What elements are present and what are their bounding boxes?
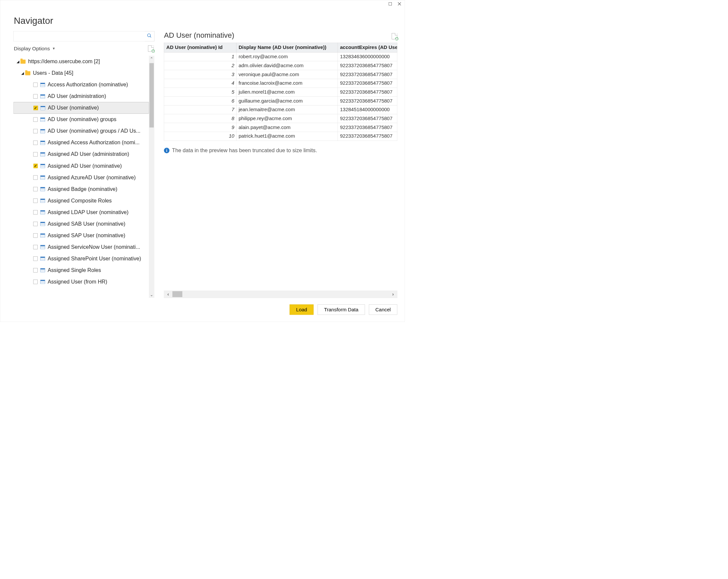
table-icon — [41, 152, 45, 156]
checkbox[interactable] — [33, 82, 38, 87]
scroll-up-icon[interactable]: ⌃ — [149, 56, 155, 62]
cell-id: 9 — [164, 123, 236, 132]
refresh-preview-icon[interactable] — [392, 33, 397, 40]
checkbox[interactable] — [33, 233, 38, 238]
cell-id: 7 — [164, 105, 236, 114]
table-h-scrollbar[interactable]: ‹ › — [164, 290, 397, 298]
table-icon — [41, 268, 45, 272]
collapse-icon[interactable]: ◢ — [20, 71, 25, 75]
tree-item-label: Assigned SharePoint User (nominative) — [48, 256, 141, 261]
checkbox[interactable] — [33, 210, 38, 214]
scroll-left-icon[interactable]: ‹ — [164, 291, 173, 297]
checkbox[interactable] — [33, 199, 38, 203]
table-row[interactable]: 8philippe.rey@acme.com922337203685477580… — [164, 114, 397, 123]
cancel-button[interactable]: Cancel — [369, 305, 397, 315]
table-row[interactable]: 7jean.lemaitre@acme.com13284518400000000… — [164, 105, 397, 114]
checkbox[interactable] — [33, 222, 38, 226]
tree-item[interactable]: Assigned SAP User (nominative) — [14, 230, 149, 241]
tree-item[interactable]: AD User (nominative) groups — [14, 114, 149, 125]
collapse-icon[interactable]: ◢ — [15, 59, 21, 63]
checkbox[interactable] — [33, 268, 38, 272]
load-button[interactable]: Load — [290, 305, 313, 315]
checkbox[interactable] — [33, 140, 38, 145]
checkbox[interactable] — [33, 129, 38, 133]
tree-folder-label: Users - Data [45] — [33, 70, 74, 76]
table-icon — [41, 140, 45, 144]
tree-item[interactable]: Assigned AD User (nominative) — [14, 160, 149, 172]
cell-id: 8 — [164, 114, 236, 123]
checkbox[interactable] — [33, 152, 38, 157]
tree-item[interactable]: Assigned Access Authorization (nomi... — [14, 137, 149, 149]
table-row[interactable]: 4francoise.lacroix@acme.com9223372036854… — [164, 79, 397, 88]
checkbox[interactable] — [33, 94, 38, 98]
table-row[interactable]: 5julien.morel1@acme.com92233720368547758… — [164, 88, 397, 97]
tree-item-label: Assigned Single Roles — [48, 267, 101, 273]
scroll-thumb[interactable] — [149, 63, 154, 128]
table-icon — [41, 222, 45, 226]
search-input[interactable] — [14, 31, 145, 41]
checkbox[interactable] — [33, 245, 38, 249]
column-header[interactable]: accountExpires (AD Use — [338, 43, 397, 52]
table-icon — [41, 245, 45, 249]
scroll-right-icon[interactable]: › — [389, 291, 397, 297]
tree-item[interactable]: Access Authorization (nominative) — [14, 79, 149, 91]
tree-item[interactable]: Assigned Badge (nominative) — [14, 183, 149, 195]
cell-id: 4 — [164, 79, 236, 88]
search-input-wrap — [14, 31, 155, 41]
tree-item[interactable]: Assigned User (from HR) — [14, 276, 149, 288]
transform-data-button[interactable]: Transform Data — [318, 305, 365, 315]
table-row[interactable]: 9alain.payet@acme.com9223372036854775807 — [164, 123, 397, 132]
table-icon — [41, 257, 45, 260]
search-icon[interactable] — [145, 33, 154, 40]
cell-display-name: julien.morel1@acme.com — [236, 88, 338, 97]
dialog-title: Navigator — [14, 15, 53, 26]
cell-id: 2 — [164, 61, 236, 70]
tree-item[interactable]: AD User (nominative) — [14, 102, 149, 114]
table-icon — [41, 187, 45, 191]
table-icon — [41, 117, 45, 122]
cell-display-name: alain.payet@acme.com — [236, 123, 338, 132]
cell-display-name: patrick.huet1@acme.com — [236, 132, 338, 140]
tree-root[interactable]: ◢ https://demo.usercube.com [2] — [14, 56, 149, 67]
checkbox[interactable] — [33, 187, 38, 191]
maximize-icon[interactable] — [389, 2, 392, 6]
table-row[interactable]: 3veronique.paul@acme.com9223372036854775… — [164, 70, 397, 79]
table-row[interactable]: 6guillaume.garcia@acme.com92233720368547… — [164, 97, 397, 106]
tree-item-label: Access Authorization (nominative) — [48, 82, 128, 88]
checkbox[interactable] — [33, 175, 38, 180]
tree-item[interactable]: Assigned AD User (administration) — [14, 149, 149, 160]
column-header[interactable]: AD User (nominative) Id — [164, 43, 236, 52]
tree-item[interactable]: Assigned LDAP User (nominative) — [14, 207, 149, 218]
tree-folder[interactable]: ◢ Users - Data [45] — [14, 67, 149, 79]
tree-scrollbar[interactable]: ⌃ ⌄ — [149, 56, 155, 298]
scroll-thumb[interactable] — [173, 291, 182, 297]
tree-item[interactable]: Assigned AzureAD User (nominative) — [14, 172, 149, 183]
tree-item[interactable]: Assigned ServiceNow User (nominati... — [14, 241, 149, 253]
tree-item[interactable]: Assigned SharePoint User (nominative) — [14, 253, 149, 264]
tree-item[interactable]: Assigned SAB User (nominative) — [14, 218, 149, 230]
display-options-button[interactable]: Display Options — [14, 46, 50, 52]
tree-item[interactable]: AD User (administration) — [14, 91, 149, 102]
tree-item[interactable]: Assigned Single Roles — [14, 264, 149, 276]
checkbox[interactable] — [33, 257, 38, 261]
checkbox[interactable] — [33, 280, 38, 284]
close-icon[interactable] — [398, 2, 401, 6]
tree-item[interactable]: AD User (nominative) groups / AD Us... — [14, 125, 149, 137]
scroll-down-icon[interactable]: ⌄ — [149, 291, 155, 298]
cell-account-expires: 9223372036854775807 — [338, 123, 397, 132]
tree-item-label: AD User (administration) — [48, 93, 106, 99]
checkbox[interactable] — [33, 164, 38, 168]
tree-item[interactable]: Assigned Composite Roles — [14, 195, 149, 207]
tree-item-label: Assigned AD User (nominative) — [48, 163, 122, 169]
tree-item-label: Assigned AD User (administration) — [48, 151, 129, 157]
cell-account-expires: 9223372036854775807 — [338, 79, 397, 88]
table-row[interactable]: 2adm.olivier.david@acme.com9223372036854… — [164, 61, 397, 70]
table-row[interactable]: 10patrick.huet1@acme.com9223372036854775… — [164, 132, 397, 140]
checkbox[interactable] — [33, 117, 38, 122]
table-row[interactable]: 1robert.roy@acme.com132834636000000000 — [164, 52, 397, 61]
cell-account-expires: 9223372036854775807 — [338, 114, 397, 123]
cell-account-expires: 132845184000000000 — [338, 105, 397, 114]
column-header[interactable]: Display Name (AD User (nominative)) — [236, 43, 338, 52]
checkbox[interactable] — [33, 106, 38, 110]
refresh-file-icon[interactable] — [148, 45, 154, 52]
